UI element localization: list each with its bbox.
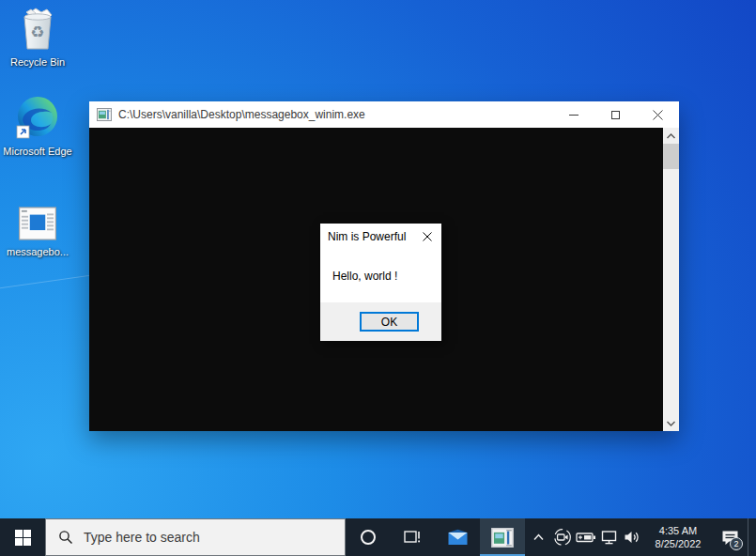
- battery-status-button[interactable]: [574, 518, 597, 556]
- console-output-area[interactable]: Nim is Powerful Hello, world ! OK: [89, 128, 679, 431]
- chevron-up-icon: [667, 133, 675, 139]
- console-titlebar[interactable]: C:\Users\vanilla\Desktop\messagebox_wini…: [89, 101, 679, 128]
- chevron-up-icon: [532, 532, 545, 543]
- taskbar: 4:35 AM 8/25/2022 2: [0, 518, 756, 556]
- console-app-icon: [97, 108, 112, 121]
- search-input[interactable]: [84, 519, 345, 555]
- console-window: C:\Users\vanilla\Desktop\messagebox_wini…: [89, 101, 679, 431]
- clock-date: 8/25/2022: [656, 537, 702, 550]
- desktop-icon-label: messagebo...: [2, 246, 73, 258]
- desktop-icon-microsoft-edge[interactable]: Microsoft Edge: [2, 95, 73, 158]
- hidden-icons-button[interactable]: [527, 518, 550, 556]
- mail-app-button[interactable]: [435, 518, 480, 556]
- dialog-titlebar[interactable]: Nim is Powerful: [320, 224, 441, 249]
- show-desktop-button[interactable]: [748, 518, 756, 556]
- desktop-icon-messagebox-app[interactable]: messagebo...: [2, 207, 73, 258]
- scroll-down-button[interactable]: [663, 415, 679, 431]
- desktop-icon-label: Recycle Bin: [2, 56, 73, 69]
- notification-badge: 2: [730, 537, 743, 550]
- start-button[interactable]: [0, 518, 45, 556]
- recycle-bin-icon: ♻: [16, 6, 59, 54]
- scrollbar-thumb[interactable]: [663, 144, 679, 169]
- dialog-message: Hello, world !: [332, 270, 397, 283]
- console-app-icon: [491, 528, 514, 548]
- task-view-icon: [404, 530, 422, 545]
- desktop-icon-label: Microsoft Edge: [2, 146, 73, 158]
- close-button[interactable]: [637, 101, 679, 128]
- chevron-down-icon: [667, 421, 675, 426]
- scrollbar-track[interactable]: [663, 144, 679, 415]
- task-view-button[interactable]: [390, 518, 435, 556]
- dialog-title: Nim is Powerful: [328, 230, 413, 243]
- maximize-icon: [611, 111, 620, 119]
- edge-logo-icon: [15, 95, 60, 144]
- close-icon: [423, 232, 432, 241]
- taskbar-clock[interactable]: 4:35 AM 8/25/2022: [644, 518, 712, 556]
- svg-text:♻: ♻: [30, 23, 44, 41]
- minimize-icon: [569, 115, 579, 116]
- desktop-background: ♻ Recycle Bin Microsof: [0, 0, 756, 556]
- app-window-icon: [19, 207, 56, 244]
- network-status-button[interactable]: [597, 518, 621, 556]
- console-window-title: C:\Users\vanilla\Desktop\messagebox_wini…: [118, 108, 552, 121]
- mail-icon: [447, 529, 469, 546]
- action-center-button[interactable]: 2: [712, 518, 748, 556]
- volume-icon: [624, 530, 641, 545]
- volume-button[interactable]: [621, 518, 644, 556]
- minimize-button[interactable]: [552, 101, 594, 128]
- taskbar-search-box[interactable]: [45, 518, 346, 556]
- vertical-scrollbar[interactable]: [663, 128, 679, 431]
- close-icon: [653, 110, 663, 120]
- scroll-up-button[interactable]: [663, 128, 679, 144]
- message-dialog: Nim is Powerful Hello, world ! OK: [320, 224, 441, 341]
- dialog-button-bar: OK: [320, 302, 441, 341]
- meet-now-button[interactable]: [550, 518, 574, 556]
- search-icon: [58, 530, 73, 545]
- cortana-icon: [361, 530, 376, 545]
- desktop-icon-recycle-bin[interactable]: ♻ Recycle Bin: [2, 6, 73, 69]
- clock-time: 4:35 AM: [659, 524, 697, 537]
- maximize-button[interactable]: [594, 101, 637, 128]
- taskbar-console-app-button-active[interactable]: [480, 518, 525, 556]
- dialog-close-button[interactable]: [413, 224, 441, 249]
- ok-button[interactable]: OK: [360, 312, 419, 332]
- meet-now-icon: [553, 528, 572, 547]
- cortana-button[interactable]: [346, 518, 390, 556]
- windows-logo-icon: [15, 530, 31, 546]
- battery-charging-icon: [576, 531, 596, 544]
- network-ethernet-icon: [600, 530, 619, 546]
